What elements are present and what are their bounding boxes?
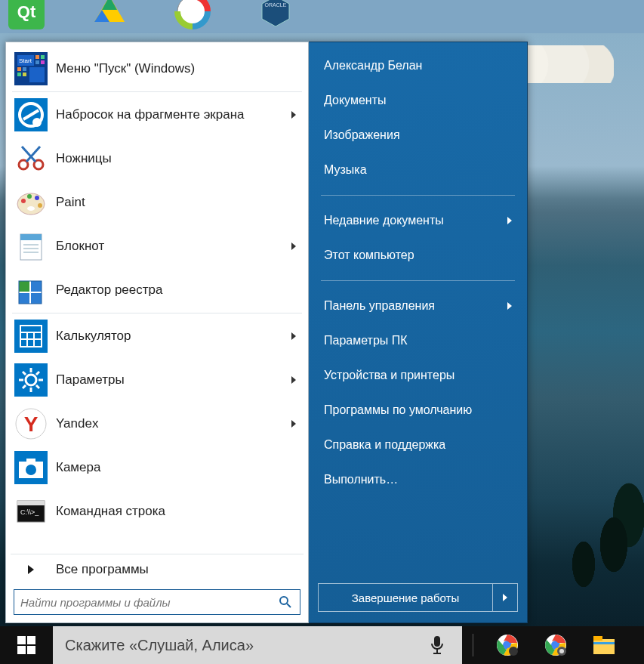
submenu-arrow-icon <box>291 111 296 119</box>
svg-rect-19 <box>29 67 45 82</box>
rp-label: Выполнить… <box>324 473 398 486</box>
svg-rect-16 <box>23 67 26 71</box>
start-menu-right-panel: Александр Белан Документы Изображения Му… <box>309 42 528 623</box>
menu-item-start[interactable]: Start Меню "Пуск" (Windows) <box>11 47 304 91</box>
menu-item-snip-sketch[interactable]: Набросок на фрагменте экрана <box>11 93 304 137</box>
recent-documents-link[interactable]: Недавние документы <box>309 203 527 238</box>
taskbar-chrome-instance-1[interactable] <box>495 632 520 658</box>
music-link[interactable]: Музыка <box>309 153 527 187</box>
menu-item-label: Yandex <box>56 416 98 431</box>
svg-marker-3 <box>102 0 117 10</box>
calculator-icon <box>14 319 48 354</box>
menu-item-label: Меню "Пуск" (Windows) <box>56 61 195 76</box>
menu-item-cmd[interactable]: C:\\>_ Командная строка <box>11 490 304 533</box>
all-programs-button[interactable]: Все программы <box>11 554 304 585</box>
arrow-right-icon <box>28 565 34 574</box>
svg-text:ORACLE: ORACLE <box>265 2 287 8</box>
submenu-arrow-icon <box>291 242 296 250</box>
svg-line-67 <box>287 604 291 607</box>
svg-rect-15 <box>17 67 21 71</box>
svg-point-26 <box>21 199 26 203</box>
svg-rect-14 <box>41 60 45 64</box>
start-button[interactable] <box>0 626 53 664</box>
svg-rect-71 <box>27 646 35 654</box>
svg-point-29 <box>38 203 42 208</box>
paint-icon <box>14 185 48 220</box>
svg-rect-69 <box>27 636 35 644</box>
this-pc-link[interactable]: Этот компьютер <box>309 238 527 273</box>
taskbar-file-explorer[interactable] <box>591 632 617 658</box>
svg-rect-70 <box>17 646 26 654</box>
start-menu: Start Меню "Пуск" (Windows) Набросок на … <box>5 42 528 623</box>
control-panel-link[interactable]: Панель управления <box>309 289 527 323</box>
svg-rect-72 <box>434 636 440 647</box>
desktop-icon-drive[interactable] <box>91 0 128 30</box>
separator <box>12 91 302 92</box>
user-name-label: Александр Белан <box>324 59 422 73</box>
voice-search-bar[interactable]: Скажите «Слушай, Алиса» <box>53 626 462 664</box>
desktop-icon-qt[interactable]: Qt <box>8 0 45 30</box>
menu-item-label: Калькулятор <box>56 329 131 344</box>
svg-text:C:\\>_: C:\\>_ <box>20 508 39 516</box>
submenu-arrow-icon <box>507 302 512 310</box>
shutdown-row: Завершение работы <box>309 583 527 622</box>
rp-label: Параметры ПК <box>324 334 408 347</box>
submenu-arrow-icon <box>291 420 296 428</box>
svg-rect-11 <box>35 55 39 59</box>
camera-icon <box>14 450 48 485</box>
submenu-arrow-icon <box>291 376 296 384</box>
desktop-icon-krita[interactable] <box>174 0 211 30</box>
start-tile-icon: Start <box>14 51 48 86</box>
menu-item-label: Командная строка <box>56 504 165 519</box>
help-support-link[interactable]: Справка и поддержка <box>309 428 527 462</box>
svg-rect-82 <box>593 639 615 654</box>
menu-item-label: Набросок на фрагменте экрана <box>56 107 245 122</box>
desktop-icon-virtualbox[interactable]: ORACLE <box>257 0 294 30</box>
menu-item-calculator[interactable]: Калькулятор <box>11 314 304 358</box>
microphone-icon[interactable] <box>429 635 445 656</box>
run-link[interactable]: Выполнить… <box>309 462 527 497</box>
svg-rect-36 <box>19 281 29 292</box>
menu-item-camera[interactable]: Камера <box>11 446 304 490</box>
shutdown-label: Завершение работы <box>352 591 459 604</box>
svg-rect-83 <box>593 636 602 641</box>
menu-item-paint[interactable]: Paint <box>11 181 304 224</box>
taskbar-separator <box>473 634 473 656</box>
svg-rect-61 <box>26 459 35 463</box>
menu-item-label: Камера <box>56 460 100 475</box>
notepad-icon <box>14 229 48 264</box>
shutdown-options-button[interactable] <box>493 583 518 612</box>
pc-settings-link[interactable]: Параметры ПК <box>309 323 527 358</box>
settings-gear-icon <box>14 363 48 397</box>
menu-item-yandex[interactable]: Y Yandex <box>11 402 304 446</box>
svg-rect-64 <box>17 501 45 505</box>
devices-printers-link[interactable]: Устройства и принтеры <box>309 358 527 393</box>
regedit-icon <box>14 273 48 307</box>
documents-link[interactable]: Документы <box>309 83 527 118</box>
menu-item-notepad[interactable]: Блокнот <box>11 224 304 268</box>
rp-label: Справка и поддержка <box>324 438 445 452</box>
svg-rect-41 <box>14 320 48 353</box>
default-programs-link[interactable]: Программы по умолчанию <box>309 393 527 428</box>
start-menu-program-list: Start Меню "Пуск" (Windows) Набросок на … <box>11 47 304 552</box>
svg-point-81 <box>559 649 564 653</box>
svg-rect-32 <box>20 234 42 240</box>
menu-item-snipping-tool[interactable]: Ножницы <box>11 137 304 181</box>
divider <box>321 280 515 281</box>
svg-point-22 <box>32 118 42 127</box>
taskbar-chrome-instance-2[interactable] <box>543 632 569 658</box>
shutdown-button[interactable]: Завершение работы <box>318 583 493 612</box>
menu-item-regedit[interactable]: Редактор реестра <box>11 268 304 312</box>
pictures-link[interactable]: Изображения <box>309 118 527 153</box>
cmd-icon: C:\\>_ <box>14 494 48 529</box>
search-input[interactable] <box>14 590 271 614</box>
rp-label: Документы <box>324 94 386 107</box>
search-icon[interactable] <box>271 595 300 609</box>
svg-point-66 <box>280 597 288 604</box>
svg-rect-68 <box>17 636 26 644</box>
user-account-link[interactable]: Александр Белан <box>309 48 527 83</box>
menu-item-settings[interactable]: Параметры <box>11 358 304 402</box>
svg-point-30 <box>27 206 35 211</box>
windows-logo-icon <box>17 636 35 654</box>
menu-item-label: Блокнот <box>56 239 104 254</box>
